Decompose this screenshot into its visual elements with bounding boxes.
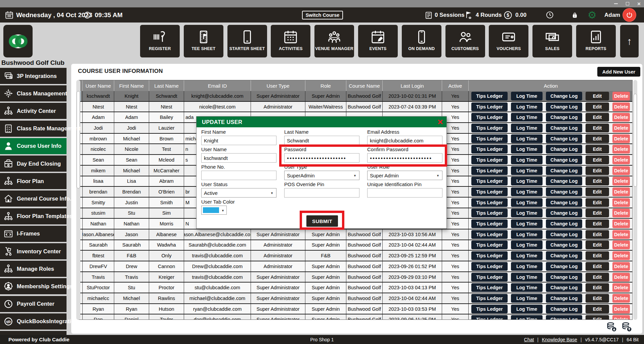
toolbar-button-sales[interactable]: SALES xyxy=(532,25,572,57)
first-name-field[interactable] xyxy=(201,136,276,145)
toolbar-button-reports[interactable]: REPORTS xyxy=(576,25,616,57)
column-header-user-name[interactable]: User Name xyxy=(83,80,114,91)
tips-ledger-button[interactable]: Tips Ledger xyxy=(471,241,508,249)
user-tab-color-picker[interactable]: ▼ xyxy=(201,206,227,215)
log-time-button[interactable]: Log Time xyxy=(511,113,543,122)
delete-button[interactable]: Delete xyxy=(612,124,630,132)
tips-ledger-button[interactable]: Tips Ledger xyxy=(471,283,508,292)
edit-button[interactable]: Edit xyxy=(586,273,609,282)
delete-button[interactable]: Delete xyxy=(612,134,630,143)
toolbar-button-vouchers[interactable]: VOUCHERS xyxy=(489,25,528,57)
sidebar-item-manage-roles[interactable]: Manage Roles xyxy=(0,261,67,277)
modal-close-icon[interactable] xyxy=(437,119,443,125)
change-log-button[interactable]: Change Log xyxy=(546,177,582,185)
user-status-select[interactable]: Active ▼ xyxy=(201,188,276,198)
log-time-button[interactable]: Log Time xyxy=(511,273,543,282)
sidebar-item-day-end-closing[interactable]: Day End Closing xyxy=(0,156,67,172)
table-row[interactable]: NtestNtestNtestnicole@test.comAdministra… xyxy=(78,102,633,113)
coins-down-icon[interactable] xyxy=(606,321,617,334)
power-logout-button[interactable] xyxy=(622,8,636,22)
change-log-button[interactable]: Change Log xyxy=(546,251,582,260)
log-time-button[interactable]: Log Time xyxy=(511,241,543,249)
log-time-button[interactable]: Log Time xyxy=(511,145,543,154)
edit-button[interactable]: Edit xyxy=(586,241,609,249)
log-time-button[interactable]: Log Time xyxy=(511,156,543,164)
log-time-button[interactable]: Log Time xyxy=(511,198,543,207)
column-header-last-login[interactable]: Last Login xyxy=(383,80,442,91)
tips-ledger-button[interactable]: Tips Ledger xyxy=(471,124,508,132)
table-row[interactable]: StuProctorStuProctorstu@clubcaddie.comSu… xyxy=(78,283,633,293)
delete-button[interactable]: Delete xyxy=(612,177,630,185)
knowledge-base-link[interactable]: Knowledge Base xyxy=(542,337,577,342)
table-row[interactable]: fbtestF&BOnlytravis@clubcaddie.comAdmini… xyxy=(78,251,633,261)
edit-button[interactable]: Edit xyxy=(586,113,609,122)
delete-button[interactable]: Delete xyxy=(612,262,630,271)
change-log-button[interactable]: Change Log xyxy=(546,241,582,249)
edit-button[interactable]: Edit xyxy=(586,166,609,175)
edit-button[interactable]: Edit xyxy=(586,156,609,164)
change-log-button[interactable]: Change Log xyxy=(546,230,582,239)
table-right-scrollbar[interactable] xyxy=(633,80,637,320)
user-type-select[interactable]: SuperAdmin ▼ xyxy=(284,171,359,180)
change-log-button[interactable]: Change Log xyxy=(546,219,582,228)
sidebar-item-payroll-center[interactable]: Payroll Center xyxy=(0,296,67,312)
tips-ledger-button[interactable]: Tips Ledger xyxy=(471,92,508,100)
log-time-button[interactable]: Log Time xyxy=(511,283,543,292)
log-time-button[interactable]: Log Time xyxy=(511,251,543,260)
toolbar-button-on-demand[interactable]: ON DEMAND xyxy=(402,25,441,57)
sidebar-item-general-course-info[interactable]: General Course Info. xyxy=(0,190,67,207)
change-log-button[interactable]: Change Log xyxy=(546,262,582,271)
sidebar-item-membership-settings[interactable]: Membership Settings xyxy=(0,278,67,294)
submit-button[interactable]: SUBMIT xyxy=(306,215,338,227)
tips-ledger-button[interactable]: Tips Ledger xyxy=(471,145,508,154)
toolbar-button-venue-manager[interactable]: VENUE MANAGER xyxy=(314,25,354,57)
user-role-select[interactable]: Super Admin ▼ xyxy=(367,171,442,180)
tips-ledger-button[interactable]: Tips Ledger xyxy=(471,294,508,303)
right-scrollbar-thumb[interactable] xyxy=(634,94,637,187)
log-time-button[interactable]: Log Time xyxy=(511,219,543,228)
sidebar-item-course-user-info[interactable]: Course User Info xyxy=(0,138,67,154)
change-log-button[interactable]: Change Log xyxy=(546,102,582,111)
toolbar-button-starter-sheet[interactable]: STARTER SHEET xyxy=(227,25,267,57)
tips-ledger-button[interactable]: Tips Ledger xyxy=(471,113,508,122)
tips-ledger-button[interactable]: Tips Ledger xyxy=(471,230,508,239)
toolbar-button-register[interactable]: REGISTER xyxy=(140,25,180,57)
toolbar-button-customers[interactable]: CUSTOMERS xyxy=(445,25,485,57)
edit-button[interactable]: Edit xyxy=(586,294,609,303)
table-row[interactable]: TravisTravisKreigertravis@clubcaddie.com… xyxy=(78,272,633,283)
sidebar-item-class-management[interactable]: Class Management xyxy=(0,85,67,101)
delete-button[interactable]: Delete xyxy=(612,145,630,154)
change-log-button[interactable]: Change Log xyxy=(546,315,582,320)
edit-button[interactable]: Edit xyxy=(586,262,609,271)
column-header-user-type[interactable]: User Type xyxy=(251,80,305,91)
tips-ledger-button[interactable]: Tips Ledger xyxy=(471,262,508,271)
table-row[interactable]: DrewFVDrewCannonDrew@clubcaddie.comAdmin… xyxy=(78,261,633,272)
edit-button[interactable]: Edit xyxy=(586,177,609,185)
tips-ledger-button[interactable]: Tips Ledger xyxy=(471,219,508,228)
delete-button[interactable]: Delete xyxy=(612,241,630,249)
change-log-button[interactable]: Change Log xyxy=(546,294,582,303)
edit-button[interactable]: Edit xyxy=(586,209,609,217)
change-log-button[interactable]: Change Log xyxy=(546,124,582,132)
column-header-last-name[interactable]: Last Name xyxy=(149,80,184,91)
pos-pin-field[interactable] xyxy=(284,188,359,198)
last-name-field[interactable] xyxy=(284,136,359,145)
edit-button[interactable]: Edit xyxy=(586,315,609,320)
log-time-button[interactable]: Log Time xyxy=(511,124,543,132)
delete-button[interactable]: Delete xyxy=(612,102,630,111)
sidebar-item-quickbooksintegration[interactable]: qbQuickBooksIntegration xyxy=(0,313,67,330)
edit-button[interactable]: Edit xyxy=(586,92,609,100)
delete-button[interactable]: Delete xyxy=(612,156,630,164)
table-row[interactable]: SaurabhSaurabhWadwhaSaurabh@clubcaddie.c… xyxy=(78,240,633,251)
log-time-button[interactable]: Log Time xyxy=(511,230,543,239)
tips-ledger-button[interactable]: Tips Ledger xyxy=(471,209,508,217)
log-time-button[interactable]: Log Time xyxy=(511,315,543,320)
delete-button[interactable]: Delete xyxy=(612,283,630,292)
add-new-user-button[interactable]: Add New User xyxy=(597,67,640,77)
lock-icon[interactable] xyxy=(571,7,578,23)
email-field[interactable] xyxy=(367,136,442,145)
change-log-button[interactable]: Change Log xyxy=(546,156,582,164)
change-log-button[interactable]: Change Log xyxy=(546,145,582,154)
change-log-button[interactable]: Change Log xyxy=(546,166,582,175)
tips-ledger-button[interactable]: Tips Ledger xyxy=(471,305,508,313)
